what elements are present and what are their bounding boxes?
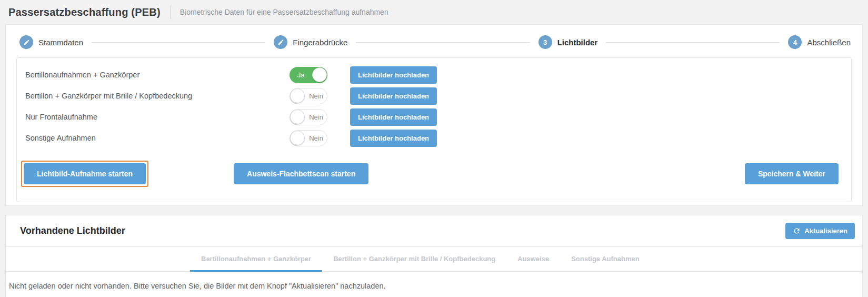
refresh-icon bbox=[793, 227, 801, 235]
option-row-frontalaufnahme: Nur Frontalaufnahme Nein Lichtbilder hoc… bbox=[21, 106, 845, 127]
step-label: Fingerabdrücke bbox=[293, 38, 347, 47]
page-subtitle: Biometrische Daten für eine Passersatzbe… bbox=[180, 8, 388, 16]
tab-bertillon-brille[interactable]: Bertillon + Ganzkörper mit Brille / Kopf… bbox=[322, 247, 506, 272]
refresh-label: Aktualisieren bbox=[804, 227, 847, 235]
toggle-knob[interactable] bbox=[290, 110, 305, 124]
save-and-next-button[interactable]: Speichern & Weiter bbox=[745, 163, 839, 184]
toggle-knob[interactable] bbox=[290, 131, 305, 145]
empty-state-message: Nicht geladen oder nicht vorhanden. Bitt… bbox=[6, 272, 862, 295]
step-number-badge: 4 bbox=[788, 35, 802, 49]
step-number-badge: 3 bbox=[538, 35, 552, 49]
page-title: Passersatzbeschaffung (PEB) bbox=[8, 6, 161, 18]
start-photo-capture-button[interactable]: Lichtbild-Aufnahme starten bbox=[24, 163, 146, 184]
refresh-button[interactable]: Aktualisieren bbox=[785, 223, 855, 239]
edit-icon bbox=[19, 35, 33, 49]
existing-photos-card: Vorhandene Lichtbilder Aktualisieren Ber… bbox=[5, 215, 863, 297]
tab-sonstige-aufnahmen[interactable]: Sonstige Aufnahmen bbox=[560, 247, 651, 272]
step-label: Stammdaten bbox=[38, 38, 83, 47]
photo-category-tabs: Bertillonaufnahmen + Ganzkörper Bertillo… bbox=[6, 247, 862, 272]
app-header: Passersatzbeschaffung (PEB) Biometrische… bbox=[0, 0, 868, 24]
toggle-knob[interactable] bbox=[290, 88, 305, 103]
toggle-value: Nein bbox=[305, 131, 327, 146]
upload-photos-button[interactable]: Lichtbilder hochladen bbox=[350, 108, 437, 126]
edit-icon bbox=[274, 35, 287, 49]
step-lichtbilder[interactable]: 3 Lichtbilder bbox=[538, 35, 598, 49]
option-row-sonstige: Sonstige Aufnahmen Nein Lichtbilder hoch… bbox=[21, 127, 845, 148]
capture-wizard-card: Stammdaten Fingerabdrücke 3 Lichtbilder … bbox=[5, 24, 863, 206]
upload-photos-button[interactable]: Lichtbilder hochladen bbox=[350, 87, 437, 105]
existing-photos-title: Vorhandene Lichtbilder bbox=[20, 225, 125, 236]
step-label: Lichtbilder bbox=[557, 38, 598, 47]
step-abschliessen[interactable]: 4 Abschließen bbox=[788, 35, 851, 49]
option-label: Nur Frontalaufnahme bbox=[21, 113, 290, 121]
option-label: Sonstige Aufnahmen bbox=[21, 134, 290, 142]
toggle-bertillon-brille[interactable]: Nein bbox=[290, 88, 327, 104]
option-row-bertillon-brille: Bertillon + Ganzkörper mit Brille / Kopf… bbox=[21, 85, 845, 106]
tab-ausweise[interactable]: Ausweise bbox=[506, 247, 560, 272]
option-label: Bertillon + Ganzkörper mit Brille / Kopf… bbox=[21, 92, 290, 100]
toggle-value: Nein bbox=[305, 88, 327, 104]
start-flatbed-scan-button[interactable]: Ausweis-Flachbettscan starten bbox=[234, 163, 368, 184]
toggle-frontalaufnahme[interactable]: Nein bbox=[290, 109, 327, 125]
existing-photos-header: Vorhandene Lichtbilder Aktualisieren bbox=[6, 215, 862, 247]
step-stammdaten[interactable]: Stammdaten bbox=[19, 35, 83, 49]
toggle-value: Nein bbox=[305, 110, 327, 125]
step-fingerabdruecke[interactable]: Fingerabdrücke bbox=[274, 35, 347, 49]
toggle-bertillon-ganzkoerper[interactable]: Ja bbox=[290, 67, 327, 83]
option-row-bertillon-ganzkoerper: Bertillonaufnahmen + Ganzkörper Ja Licht… bbox=[21, 64, 845, 85]
toggle-knob[interactable] bbox=[312, 67, 327, 82]
tab-bertillon-ganzkoerper[interactable]: Bertillonaufnahmen + Ganzkörper bbox=[190, 247, 322, 272]
upload-photos-button[interactable]: Lichtbilder hochladen bbox=[350, 66, 437, 84]
actions-row: Lichtbild-Aufnahme starten Ausweis-Flach… bbox=[21, 161, 845, 187]
header-divider bbox=[170, 5, 171, 19]
upload-photos-button[interactable]: Lichtbilder hochladen bbox=[350, 130, 437, 147]
toggle-sonstige[interactable]: Nein bbox=[290, 130, 327, 146]
step-connector bbox=[606, 42, 780, 43]
toggle-value: Ja bbox=[290, 67, 312, 83]
step-label: Abschließen bbox=[807, 38, 851, 47]
step-connector bbox=[92, 42, 265, 43]
highlight-frame: Lichtbild-Aufnahme starten bbox=[21, 161, 148, 187]
wizard-stepper: Stammdaten Fingerabdrücke 3 Lichtbilder … bbox=[6, 25, 862, 57]
step-connector bbox=[356, 42, 530, 43]
photo-options-box: Bertillonaufnahmen + Ganzkörper Ja Licht… bbox=[16, 57, 852, 202]
option-label: Bertillonaufnahmen + Ganzkörper bbox=[21, 71, 290, 79]
